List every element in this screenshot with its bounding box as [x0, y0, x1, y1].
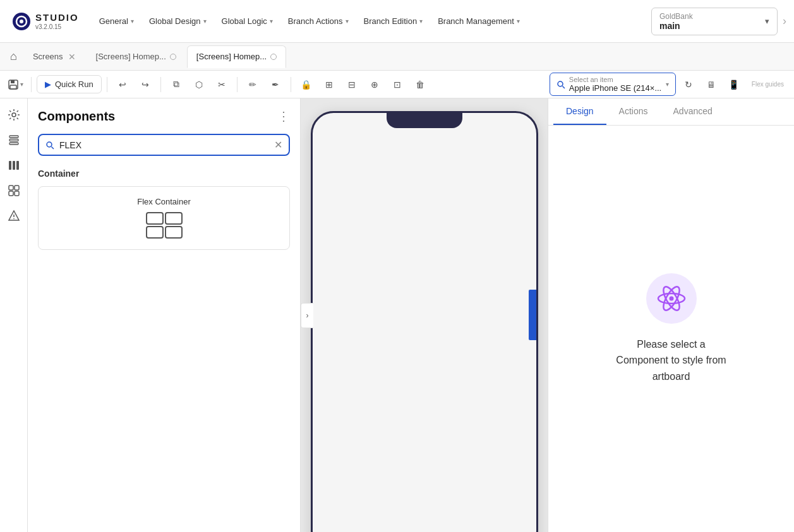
- copy-button[interactable]: ⧉: [166, 74, 186, 95]
- sidebar-icon-settings[interactable]: [3, 103, 25, 126]
- lock-button[interactable]: 🔒: [296, 74, 316, 95]
- components-panel: Components ⋮ ✕ Container Flex Container: [28, 98, 301, 532]
- divider: [237, 77, 238, 92]
- nav-item-global-logic[interactable]: Global Logic ▾: [215, 13, 279, 30]
- app-logo: STUDIO v3.2.0.15: [5, 11, 85, 32]
- library-icon: [8, 159, 20, 172]
- tab-status-circle: [170, 54, 176, 60]
- edit-button[interactable]: ✏: [243, 74, 263, 95]
- components-icon: [8, 184, 20, 197]
- svg-line-7: [562, 86, 565, 88]
- refresh-button[interactable]: ↻: [678, 74, 699, 95]
- svg-rect-4: [11, 80, 15, 83]
- device-selector[interactable]: Select an item Apple iPhone SE (214×... …: [550, 73, 676, 96]
- chevron-down-icon: ▾: [517, 18, 520, 25]
- svg-rect-14: [16, 161, 19, 170]
- toolbar: ▾ ▶ Quick Run ↩ ↪ ⧉ ⬡ ✂ ✏ ✒ 🔒 ⊞ ⊟ ⊕ ⊡ 🗑 …: [0, 71, 794, 98]
- nav-item-branch-edition[interactable]: Branch Edition ▾: [358, 13, 430, 30]
- save-button[interactable]: ▾: [5, 74, 26, 95]
- chevron-down-icon: ▾: [203, 18, 207, 25]
- divider: [31, 77, 32, 92]
- divider: [160, 77, 161, 92]
- layout-button[interactable]: ⊡: [387, 74, 407, 95]
- right-panel: Design Actions Advanced Please select a …: [548, 98, 794, 532]
- pencil-button[interactable]: ✒: [265, 74, 286, 95]
- search-clear-button[interactable]: ✕: [274, 139, 282, 151]
- divider: [291, 77, 291, 92]
- chevron-down-icon: ▾: [20, 81, 23, 88]
- group-button[interactable]: ⊞: [319, 74, 339, 95]
- svg-rect-13: [13, 161, 15, 170]
- svg-rect-9: [9, 136, 18, 138]
- paste-button[interactable]: ⬡: [189, 74, 209, 95]
- components-menu-icon[interactable]: ⋮: [277, 109, 290, 124]
- svg-rect-12: [9, 161, 11, 170]
- device-select-label: Select an item: [569, 76, 661, 83]
- flex-container-label: Flex Container: [137, 197, 191, 206]
- svg-point-2: [20, 20, 23, 23]
- right-tab-bar: Design Actions Advanced: [548, 98, 794, 126]
- redo-button[interactable]: ↪: [135, 74, 155, 95]
- svg-point-21: [47, 142, 52, 147]
- logo-icon: [11, 11, 32, 32]
- settings-icon: [8, 109, 20, 121]
- nav-item-general[interactable]: General ▾: [93, 13, 140, 30]
- tab-advanced[interactable]: Advanced: [661, 98, 725, 125]
- collapse-panel-button[interactable]: ›: [301, 303, 313, 328]
- tab-actions[interactable]: Actions: [606, 98, 661, 125]
- svg-rect-24: [165, 213, 182, 224]
- nav-item-branch-actions[interactable]: Branch Actions ▾: [282, 13, 355, 30]
- tab-close-icon[interactable]: ✕: [68, 52, 76, 62]
- cut-button[interactable]: ✂: [212, 74, 232, 95]
- svg-rect-25: [147, 227, 163, 238]
- sidebar-icon-warning[interactable]: [3, 204, 25, 227]
- undo-button[interactable]: ↩: [112, 74, 133, 95]
- svg-line-22: [52, 146, 54, 149]
- main-layout: Components ⋮ ✕ Container Flex Container: [0, 98, 794, 532]
- chevron-down-icon: ▾: [419, 18, 423, 25]
- nav-item-branch-management[interactable]: Branch Management ▾: [431, 13, 526, 30]
- branch-selector[interactable]: GoldBank main ▾: [651, 8, 778, 35]
- tab-home-icon[interactable]: ⌂: [5, 50, 22, 63]
- search-input[interactable]: [59, 140, 269, 150]
- right-content: Please select a Component to style from …: [548, 126, 794, 532]
- play-icon: ▶: [45, 80, 51, 89]
- phone-notch: [387, 113, 462, 128]
- ungroup-button[interactable]: ⊟: [342, 74, 362, 95]
- sidebar-icon-library[interactable]: [3, 154, 25, 177]
- mobile-button[interactable]: 📱: [724, 74, 744, 95]
- bank-name: GoldBank: [659, 12, 761, 21]
- search-icon: [45, 141, 54, 150]
- phone-side-bar: [529, 290, 536, 340]
- svg-rect-16: [15, 186, 19, 190]
- tab-screens[interactable]: Screens ✕: [23, 45, 85, 68]
- tab-status-circle: [270, 54, 277, 60]
- flex-container-card[interactable]: Flex Container: [38, 186, 290, 250]
- tab-screens-home-1[interactable]: [Screens] Homep...: [87, 45, 186, 68]
- tab-design[interactable]: Design: [553, 98, 606, 125]
- placeholder-text: Please select a Component to style from …: [616, 336, 726, 385]
- desktop-button[interactable]: 🖥: [701, 74, 721, 95]
- device-value: Apple iPhone SE (214×...: [569, 83, 661, 93]
- tab-screens-home-2[interactable]: [Screens] Homep...: [187, 45, 286, 68]
- svg-rect-10: [9, 139, 18, 141]
- search-box: ✕: [38, 134, 290, 156]
- layers-icon: [8, 134, 20, 146]
- warning-icon: [8, 210, 20, 222]
- svg-rect-23: [147, 213, 163, 224]
- components-header: Components ⋮: [38, 109, 290, 124]
- delete-button[interactable]: 🗑: [410, 74, 430, 95]
- flex-container-icon: [145, 211, 183, 239]
- sidebar-icon-components[interactable]: [3, 179, 25, 202]
- quick-run-button[interactable]: ▶ Quick Run: [37, 75, 102, 93]
- add-button[interactable]: ⊕: [364, 74, 385, 95]
- nav-item-global-design[interactable]: Global Design ▾: [143, 13, 213, 30]
- save-icon: [8, 79, 19, 90]
- svg-rect-26: [165, 227, 182, 238]
- flex-guides-button[interactable]: Flex guides: [747, 78, 789, 90]
- divider: [107, 77, 107, 92]
- sidebar-icon-layers[interactable]: [3, 129, 25, 151]
- phone-frame: [311, 111, 538, 532]
- svg-rect-5: [10, 85, 16, 89]
- search-icon: [556, 80, 565, 89]
